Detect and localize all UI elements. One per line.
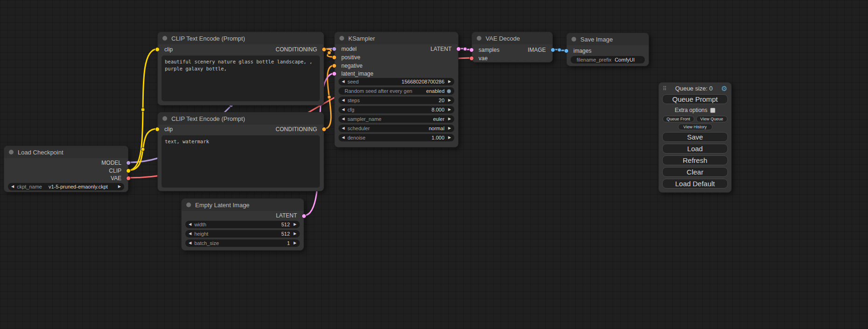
port-latent-image-input[interactable] bbox=[332, 71, 337, 76]
node-title-bar[interactable]: VAE Decode bbox=[472, 32, 552, 44]
port-clip-input[interactable] bbox=[155, 47, 160, 52]
view-history-button[interactable]: View History bbox=[678, 124, 713, 130]
wire-midpoint-dot bbox=[141, 147, 145, 151]
decrement-arrow-icon[interactable]: ◀ bbox=[342, 97, 345, 104]
increment-arrow-icon[interactable]: ▶ bbox=[448, 106, 451, 113]
widget-label: batch_size bbox=[194, 240, 219, 246]
node-title-bar[interactable]: Load Checkpoint bbox=[4, 146, 128, 158]
increment-arrow-icon[interactable]: ▶ bbox=[448, 78, 451, 85]
queue-panel-drag-handle[interactable]: ⠿ bbox=[663, 85, 667, 92]
negative-prompt-textarea[interactable]: text, watermark bbox=[162, 135, 320, 188]
increment-arrow-icon[interactable]: ▶ bbox=[118, 183, 121, 190]
decrement-arrow-icon[interactable]: ◀ bbox=[11, 183, 14, 190]
increment-arrow-icon[interactable]: ▶ bbox=[448, 125, 451, 132]
decrement-arrow-icon[interactable]: ◀ bbox=[342, 78, 345, 85]
increment-arrow-icon[interactable]: ▶ bbox=[448, 97, 451, 104]
increment-arrow-icon[interactable]: ▶ bbox=[448, 115, 451, 123]
input-label-model: model bbox=[341, 45, 357, 53]
port-model-input[interactable] bbox=[332, 47, 337, 51]
port-model-output[interactable] bbox=[126, 161, 131, 165]
widget-seed[interactable]: ◀ seed 156680208700286 ▶ bbox=[339, 78, 454, 85]
save-button[interactable]: Save bbox=[662, 132, 728, 142]
decrement-arrow-icon[interactable]: ◀ bbox=[189, 221, 191, 228]
node-title-bar[interactable]: CLIP Text Encode (Prompt) bbox=[158, 32, 324, 44]
node-title: VAE Decode bbox=[486, 35, 520, 42]
port-image-output[interactable] bbox=[550, 48, 555, 52]
port-clip-output[interactable] bbox=[126, 168, 131, 173]
load-default-button[interactable]: Load Default bbox=[662, 179, 728, 189]
load-button[interactable]: Load bbox=[662, 144, 728, 154]
node-clip-text-encode-negative[interactable]: CLIP Text Encode (Prompt) clip CONDITION… bbox=[157, 112, 324, 191]
output-label-conditioning: CONDITIONING bbox=[275, 46, 317, 53]
port-clip-input[interactable] bbox=[155, 127, 160, 132]
collapse-dot-icon[interactable] bbox=[477, 36, 481, 41]
widget-width[interactable]: ◀ width 512 ▶ bbox=[185, 221, 300, 228]
graph-canvas[interactable]: { "icons": { "arrow_left": "◀", "arrow_r… bbox=[0, 0, 868, 329]
port-vae-output[interactable] bbox=[126, 176, 131, 181]
clear-button[interactable]: Clear bbox=[662, 167, 728, 177]
widget-label: ckpt_name bbox=[17, 184, 42, 189]
decrement-arrow-icon[interactable]: ◀ bbox=[342, 115, 345, 123]
port-latent-output[interactable] bbox=[302, 214, 306, 218]
widget-sampler-name[interactable]: ◀ sampler_name euler ▶ bbox=[339, 115, 454, 123]
decrement-arrow-icon[interactable]: ◀ bbox=[342, 125, 345, 132]
increment-arrow-icon[interactable]: ▶ bbox=[294, 239, 296, 247]
input-label-positive: positive bbox=[341, 54, 360, 61]
port-samples-input[interactable] bbox=[469, 48, 474, 52]
node-clip-text-encode-positive[interactable]: CLIP Text Encode (Prompt) clip CONDITION… bbox=[157, 32, 324, 105]
node-load-checkpoint[interactable]: Load Checkpoint MODEL CLIP VAE ◀ ckpt_na… bbox=[4, 146, 128, 192]
decrement-arrow-icon[interactable]: ◀ bbox=[189, 230, 191, 238]
refresh-button[interactable]: Refresh bbox=[662, 155, 728, 165]
input-label-clip: clip bbox=[164, 126, 173, 133]
widget-value: 8.000 bbox=[354, 107, 445, 112]
widget-batch-size[interactable]: ◀ batch_size 1 ▶ bbox=[185, 239, 300, 247]
widget-random-seed-toggle[interactable]: Random seed after every gen enabled bbox=[339, 87, 454, 95]
port-conditioning-output[interactable] bbox=[322, 127, 326, 132]
port-images-input[interactable] bbox=[564, 49, 569, 53]
collapse-dot-icon[interactable] bbox=[186, 203, 191, 207]
collapse-dot-icon[interactable] bbox=[9, 150, 14, 154]
collapse-dot-icon[interactable] bbox=[339, 36, 344, 41]
widget-cfg[interactable]: ◀ cfg 8.000 ▶ bbox=[339, 106, 454, 113]
increment-arrow-icon[interactable]: ▶ bbox=[294, 230, 296, 238]
node-ksampler[interactable]: KSampler model positive negative latent_… bbox=[334, 32, 459, 147]
widget-denoise[interactable]: ◀ denoise 1.000 ▶ bbox=[339, 134, 454, 141]
widget-filename-prefix[interactable]: filename_prefix ComfyUI bbox=[571, 56, 645, 63]
node-empty-latent-image[interactable]: Empty Latent Image LATENT ◀ width 512 ▶ … bbox=[181, 198, 304, 251]
queue-front-button[interactable]: Queue Front bbox=[663, 116, 694, 122]
collapse-dot-icon[interactable] bbox=[162, 116, 167, 121]
node-title-bar[interactable]: CLIP Text Encode (Prompt) bbox=[158, 112, 324, 125]
node-title-bar[interactable]: KSampler bbox=[335, 32, 458, 44]
node-title-bar[interactable]: Save Image bbox=[567, 33, 649, 45]
extra-options-checkbox[interactable] bbox=[710, 108, 715, 113]
queue-prompt-button[interactable]: Queue Prompt bbox=[662, 94, 728, 104]
widget-height[interactable]: ◀ height 512 ▶ bbox=[185, 230, 300, 238]
widget-label: Random seed after every gen bbox=[345, 88, 412, 94]
widget-ckpt-name[interactable]: ◀ ckpt_name v1-5-pruned-emaonly.ckpt ▶ bbox=[8, 183, 124, 190]
increment-arrow-icon[interactable]: ▶ bbox=[448, 134, 451, 141]
decrement-arrow-icon[interactable]: ◀ bbox=[189, 239, 191, 247]
port-conditioning-output[interactable] bbox=[322, 47, 326, 52]
collapse-dot-icon[interactable] bbox=[572, 37, 576, 42]
port-positive-input[interactable] bbox=[332, 55, 337, 60]
port-vae-input[interactable] bbox=[469, 56, 474, 61]
decrement-arrow-icon[interactable]: ◀ bbox=[342, 106, 345, 113]
view-queue-button[interactable]: View Queue bbox=[696, 116, 728, 122]
widget-value: 512 bbox=[208, 231, 290, 237]
node-title-bar[interactable]: Empty Latent Image bbox=[182, 199, 303, 211]
settings-gear-icon[interactable]: ⚙ bbox=[721, 85, 727, 92]
decrement-arrow-icon[interactable]: ◀ bbox=[342, 134, 345, 141]
toggle-dot-icon[interactable] bbox=[447, 89, 451, 93]
input-label-clip: clip bbox=[164, 46, 173, 53]
output-label-vae: VAE bbox=[111, 175, 121, 182]
port-latent-output[interactable] bbox=[456, 47, 461, 51]
queue-panel[interactable]: ⠿ Queue size: 0 ⚙ Queue Prompt Extra opt… bbox=[658, 82, 732, 193]
collapse-dot-icon[interactable] bbox=[162, 36, 167, 41]
increment-arrow-icon[interactable]: ▶ bbox=[294, 221, 296, 228]
node-save-image[interactable]: Save Image images filename_prefix ComfyU… bbox=[566, 33, 649, 66]
node-vae-decode[interactable]: VAE Decode samples vae IMAGE bbox=[472, 32, 553, 63]
widget-steps[interactable]: ◀ steps 20 ▶ bbox=[339, 97, 454, 104]
port-negative-input[interactable] bbox=[332, 63, 337, 68]
widget-scheduler[interactable]: ◀ scheduler normal ▶ bbox=[339, 125, 454, 132]
positive-prompt-textarea[interactable]: beautiful scenery nature glass bottle la… bbox=[162, 56, 320, 101]
